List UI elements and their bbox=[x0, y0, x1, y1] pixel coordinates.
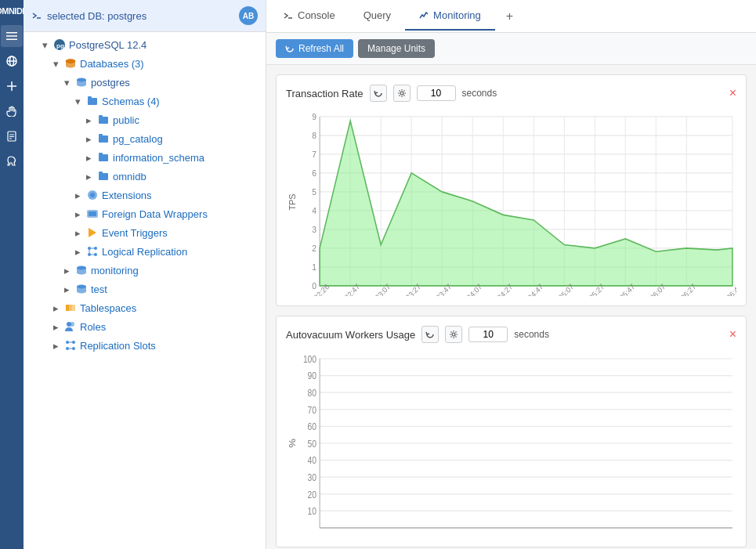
icon-sidebar: OMNIDB bbox=[0, 0, 24, 549]
tree-item-extensions[interactable]: ▸ Extensions bbox=[24, 186, 266, 204]
chevron-right-icon: ▸ bbox=[72, 246, 83, 257]
elephant-icon[interactable] bbox=[1, 150, 23, 172]
refresh-all-label: Refresh All bbox=[298, 43, 344, 54]
roles-icon bbox=[63, 320, 78, 334]
tab-console[interactable]: Console bbox=[269, 2, 349, 31]
tab-query[interactable]: Query bbox=[349, 2, 405, 31]
txn-close-button[interactable]: × bbox=[729, 87, 736, 99]
tree-item-databases[interactable]: ▾ Databases (3) bbox=[24, 54, 266, 73]
svg-rect-7 bbox=[7, 85, 16, 87]
manage-units-button[interactable]: Manage Units bbox=[358, 39, 435, 58]
svg-rect-20 bbox=[99, 117, 108, 124]
chevron-right-icon: ▸ bbox=[61, 265, 72, 276]
tree-item-logical-rep[interactable]: ▸ Logical Replication bbox=[24, 242, 266, 261]
svg-text:60: 60 bbox=[308, 421, 317, 432]
svg-text:90: 90 bbox=[308, 371, 317, 381]
pg-catalog-label: pg_catalog bbox=[113, 133, 163, 145]
chevron-right-icon: ▸ bbox=[83, 133, 94, 144]
autovac-settings-button[interactable] bbox=[445, 326, 462, 343]
svg-rect-26 bbox=[99, 173, 108, 180]
refresh-all-button[interactable]: Refresh All bbox=[276, 39, 353, 58]
chevron-down-icon: ▾ bbox=[50, 58, 61, 69]
roles-label: Roles bbox=[80, 321, 106, 333]
tree-item-information-schema[interactable]: ▸ information_schema bbox=[24, 148, 266, 167]
svg-rect-2 bbox=[6, 39, 17, 41]
chevron-right-icon: ▸ bbox=[83, 114, 94, 125]
chevron-right-icon: ▸ bbox=[50, 340, 61, 351]
tree-item-tablespaces[interactable]: ▸ Tablespaces bbox=[24, 298, 266, 317]
svg-text:1: 1 bbox=[312, 262, 317, 272]
refresh-small-icon bbox=[374, 88, 383, 98]
autovac-refresh-button[interactable] bbox=[421, 326, 439, 343]
menu-icon[interactable] bbox=[1, 25, 23, 47]
autovac-close-button[interactable]: × bbox=[729, 328, 736, 341]
svg-text:7: 7 bbox=[312, 150, 317, 159]
rep-slots-label: Replication Slots bbox=[80, 340, 156, 352]
logical-rep-label: Logical Replication bbox=[102, 246, 187, 258]
tree-item-replication-slots[interactable]: ▸ Replication Slots bbox=[24, 336, 266, 355]
svg-text:9: 9 bbox=[312, 112, 317, 121]
svg-text:80: 80 bbox=[308, 388, 317, 398]
tree-item-postgresql[interactable]: ▾ pg PostgreSQL 12.4 bbox=[24, 35, 266, 54]
tabs-bar: Console Query Monitoring + bbox=[266, 0, 756, 33]
chevron-down-icon: ▾ bbox=[72, 96, 83, 107]
tree-item-roles[interactable]: ▸ Roles bbox=[24, 317, 266, 336]
txn-settings-button[interactable] bbox=[393, 85, 411, 102]
tree-item-omnidb-schema[interactable]: ▸ omnidb bbox=[24, 167, 266, 186]
txn-refresh-button[interactable] bbox=[370, 85, 387, 102]
fdw-label: Foreign Data Wrappers bbox=[102, 208, 208, 220]
tree-item-test-db[interactable]: ▸ test bbox=[24, 280, 266, 298]
svg-rect-0 bbox=[6, 32, 17, 34]
tree-item-pg-catalog[interactable]: ▸ pg_catalog bbox=[24, 129, 266, 148]
svg-rect-18 bbox=[88, 98, 97, 105]
chevron-right-icon: ▸ bbox=[50, 321, 61, 332]
svg-text:TPS: TPS bbox=[288, 193, 298, 210]
autovac-chart-svg: % 100 90 80 70 60 50 40 30 20 10 bbox=[286, 349, 736, 537]
main-content: Console Query Monitoring + Refresh All M… bbox=[266, 0, 756, 549]
postgres-db-icon bbox=[74, 75, 89, 89]
gear-autovac-icon bbox=[449, 330, 458, 339]
replication-icon bbox=[85, 244, 99, 258]
tree-item-postgres[interactable]: ▾ postgres bbox=[24, 73, 266, 92]
svg-text:8: 8 bbox=[312, 131, 317, 140]
tab-monitoring[interactable]: Monitoring bbox=[405, 2, 495, 31]
information-schema-icon bbox=[96, 150, 110, 164]
tree-item-event-triggers[interactable]: ▸ Event Triggers bbox=[24, 223, 266, 242]
autovac-seconds-label: seconds bbox=[514, 329, 549, 340]
console-icon bbox=[284, 11, 293, 20]
gear-icon bbox=[397, 88, 407, 98]
add-connection-icon[interactable] bbox=[1, 75, 23, 97]
txn-chart-container: TPS 9 8 7 6 5 4 3 2 bbox=[286, 108, 736, 296]
refresh-icon bbox=[285, 44, 295, 53]
svg-rect-19 bbox=[88, 96, 92, 99]
rep-slots-icon bbox=[63, 338, 78, 352]
svg-rect-22 bbox=[99, 135, 108, 143]
tree-item-monitoring-db[interactable]: ▸ monitoring bbox=[24, 261, 266, 280]
svg-text:10: 10 bbox=[308, 506, 317, 516]
tree-item-fdw[interactable]: ▸ Foreign Data Wrappers bbox=[24, 204, 266, 223]
document-icon[interactable] bbox=[1, 125, 23, 147]
hand-icon[interactable] bbox=[1, 100, 23, 122]
tab-add-button[interactable]: + bbox=[495, 3, 524, 30]
svg-text:6: 6 bbox=[312, 168, 317, 178]
autovac-chart-container: % 100 90 80 70 60 50 40 30 20 10 bbox=[286, 349, 736, 537]
tree-item-schemas[interactable]: ▾ Schemas (4) bbox=[24, 92, 266, 110]
tablespaces-icon bbox=[63, 301, 78, 315]
globe-icon[interactable] bbox=[1, 50, 23, 72]
autovac-seconds-input[interactable] bbox=[468, 327, 508, 342]
db-user-badge[interactable]: AB bbox=[239, 6, 258, 25]
omnidb-schema-icon bbox=[96, 169, 110, 183]
selected-db-label: selected DB: postgres bbox=[31, 10, 146, 22]
svg-text:2: 2 bbox=[312, 244, 317, 253]
postgresql-label: PostgreSQL 12.4 bbox=[69, 39, 146, 51]
svg-text:70: 70 bbox=[308, 405, 317, 415]
tab-monitoring-label: Monitoring bbox=[433, 9, 481, 21]
svg-text:4: 4 bbox=[312, 206, 317, 215]
refresh-autovac-icon bbox=[425, 330, 435, 339]
schemas-label: Schemas (4) bbox=[102, 96, 160, 107]
txn-seconds-input[interactable] bbox=[417, 85, 456, 101]
svg-text:3: 3 bbox=[312, 225, 317, 234]
manage-units-label: Manage Units bbox=[367, 43, 425, 54]
tree-item-public[interactable]: ▸ public bbox=[24, 110, 266, 129]
svg-rect-25 bbox=[99, 153, 103, 155]
